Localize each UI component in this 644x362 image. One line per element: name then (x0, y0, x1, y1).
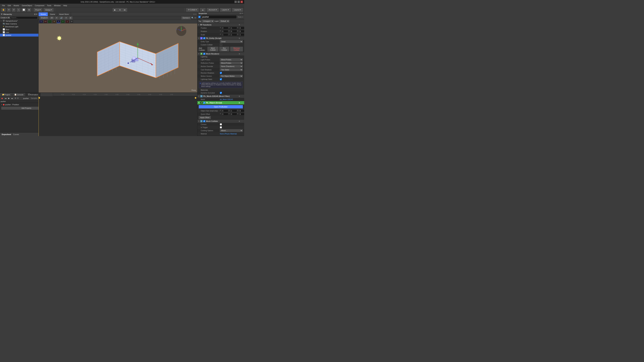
timeline-area[interactable] (38, 96, 197, 136)
move-tool-button[interactable]: ✛ (7, 8, 10, 12)
pb-object-checkbox[interactable] (203, 102, 205, 104)
pb-object-menu-button[interactable]: ⋮ (241, 102, 243, 104)
object-active-checkbox[interactable] (198, 16, 200, 18)
rotate-tool-button[interactable]: ↺ (12, 8, 16, 12)
tab-asset-store[interactable]: Asset Store (57, 12, 71, 16)
pb-entity-header[interactable]: ▾ J Pb_Entity (Script) ⚙ ⋮ (198, 36, 244, 40)
mesh-renderer-menu-button[interactable]: ⋮ (241, 53, 243, 55)
lightmap-static-checkbox[interactable] (220, 78, 222, 80)
global-button[interactable]: Global ▾ (44, 8, 54, 12)
box-collider-button[interactable]: Box Collider (219, 47, 229, 51)
maximize-button[interactable]: □ (238, 1, 240, 3)
size-y-field[interactable] (230, 109, 237, 112)
mesh-collider-header[interactable]: ▾ ⬡ Mesh Collider ⚙ ⋮ (198, 119, 244, 123)
layers-button[interactable]: Layers ▾ (220, 8, 231, 12)
pb-object-settings-button[interactable]: ⚙ (238, 102, 240, 104)
menu-window[interactable]: Window (53, 4, 62, 7)
object-name-field[interactable] (202, 15, 237, 18)
mesh-filter-header[interactable]: ▾ ⬡ Pb_Mesh-318140 (Mesh Filter) ⚙ ⋮ (198, 94, 244, 98)
layer-3d[interactable]: 3D (70, 20, 74, 23)
pb-entity-checkbox[interactable] (203, 37, 205, 39)
shading-button[interactable]: Shaded ▾ (40, 16, 49, 19)
mesh-renderer-checkbox[interactable] (203, 53, 205, 55)
tab-animation[interactable]: 🎬 Animation (26, 93, 40, 96)
cast-shadows-select[interactable]: Two Sided (220, 68, 243, 71)
cooking-options-select[interactable]: Mixed ... (220, 129, 243, 132)
offset-x-field[interactable] (222, 113, 228, 115)
playhead[interactable] (38, 96, 39, 136)
anim-play-button[interactable]: ▶ (8, 97, 10, 99)
position-z-field[interactable] (239, 27, 244, 29)
lighting-button[interactable]: ☀ (55, 16, 58, 19)
hierarchy-search-input[interactable] (10, 16, 38, 19)
position-y-field[interactable] (230, 27, 237, 29)
layer-4[interactable]: ⊞ (52, 20, 56, 23)
mesh-collider-button[interactable]: Mesh Collider (208, 47, 218, 51)
rect-tool-button[interactable]: ⬜ (22, 8, 26, 12)
hierarchy-item-scene[interactable]: ▾ 🎬 SampleScene* (0, 19, 38, 22)
menu-gameobject[interactable]: GameObject (20, 4, 34, 7)
anim-prev-button[interactable]: ⏮ (4, 97, 7, 99)
tag-select[interactable]: Untagged (202, 20, 214, 23)
position-x-field[interactable] (222, 27, 228, 29)
transform-tool-button[interactable]: ⊞ (27, 8, 31, 12)
rotation-y-field[interactable] (230, 30, 237, 33)
layer-select[interactable]: Default (219, 20, 230, 23)
mesh-collider-menu-button[interactable]: ⋮ (241, 120, 243, 122)
tab-project[interactable]: 📁 Project (0, 93, 12, 96)
gizmos-button[interactable]: Gizmos ▾ (182, 16, 191, 19)
dynamic-occluded-checkbox[interactable] (220, 92, 222, 94)
anim-next-button[interactable]: ⏭ (11, 97, 14, 99)
scale-x-field[interactable] (222, 33, 228, 36)
transform-menu-button[interactable]: ⋮ (241, 24, 243, 26)
menu-help[interactable]: Help (62, 4, 68, 7)
hierarchy-item-main-camera[interactable]: 📷 Main Camera (0, 22, 38, 25)
step-button[interactable]: ⏭ (122, 8, 127, 12)
hierarchy-item-floor[interactable]: ⬜ floor (0, 28, 38, 31)
2d-button[interactable]: 2D (50, 16, 54, 19)
keyframe-end[interactable] (194, 97, 196, 99)
tab-game[interactable]: Game (48, 12, 57, 16)
layer-2[interactable]: ON (44, 20, 47, 23)
mesh-filter-settings-button[interactable]: ⚙ (238, 95, 240, 97)
pause-button[interactable]: ⏸ (118, 8, 122, 12)
rotation-z-field[interactable] (239, 30, 244, 33)
motion-vectors-select[interactable]: Per Object Motion (220, 75, 243, 77)
account-button[interactable]: Account ▾ (207, 8, 219, 12)
scale-tool-button[interactable]: ⤡ (17, 8, 20, 12)
play-button[interactable]: ▶ (113, 8, 118, 12)
light-probes-select[interactable]: Blend Probes (220, 58, 243, 61)
is-trigger-checkbox[interactable] (220, 126, 222, 128)
mesh-renderer-settings-button[interactable]: ⚙ (238, 53, 240, 55)
menu-assets[interactable]: Assets (12, 4, 20, 7)
mesh-collider-checkbox[interactable] (203, 120, 205, 122)
remove-collider-button[interactable]: Remove Collider (230, 47, 243, 51)
offset-y-field[interactable] (230, 113, 237, 115)
hierarchy-item-coin[interactable]: ⬜ coin (0, 31, 38, 34)
effects-button[interactable]: ✦ (64, 16, 68, 19)
hidden-button[interactable]: ☰ (68, 16, 72, 19)
hierarchy-item-directional-light[interactable]: ☀ Directional Light (0, 25, 38, 28)
layer-y[interactable]: Y (61, 20, 65, 23)
pb-entity-menu-button[interactable]: ⋮ (241, 37, 243, 39)
menu-edit[interactable]: Edit (6, 4, 12, 7)
hand-tool-button[interactable]: ✋ (1, 8, 6, 12)
mesh-collider-settings-button[interactable]: ⚙ (238, 120, 240, 122)
mesh-filter-menu-button[interactable]: ⋮ (241, 95, 243, 97)
audio-button[interactable]: 🔊 (59, 16, 64, 19)
rotation-x-field[interactable] (222, 30, 228, 33)
receive-shadows-checkbox[interactable] (220, 72, 222, 74)
offset-z-field[interactable] (239, 113, 244, 115)
dopesheet-button[interactable]: Dopesheet (1, 133, 12, 136)
layer-x[interactable]: X (57, 20, 60, 23)
entity-type-select[interactable]: Detail (220, 40, 243, 43)
menu-component[interactable]: Component (33, 4, 46, 7)
menu-file[interactable]: File (1, 4, 6, 7)
viewport[interactable]: X Y Z Persp (38, 23, 197, 92)
open-probuilder-button[interactable]: Open ProBuilder (199, 105, 243, 108)
convex-checkbox[interactable] (220, 123, 222, 125)
layer-z[interactable]: Z (66, 20, 69, 23)
layer-3[interactable]: → (48, 20, 52, 23)
anchor-override-select[interactable]: None (Transform) (220, 65, 243, 68)
transform-header[interactable]: ▾ ⊞ Transform ⚙ ⋮ (198, 23, 244, 26)
